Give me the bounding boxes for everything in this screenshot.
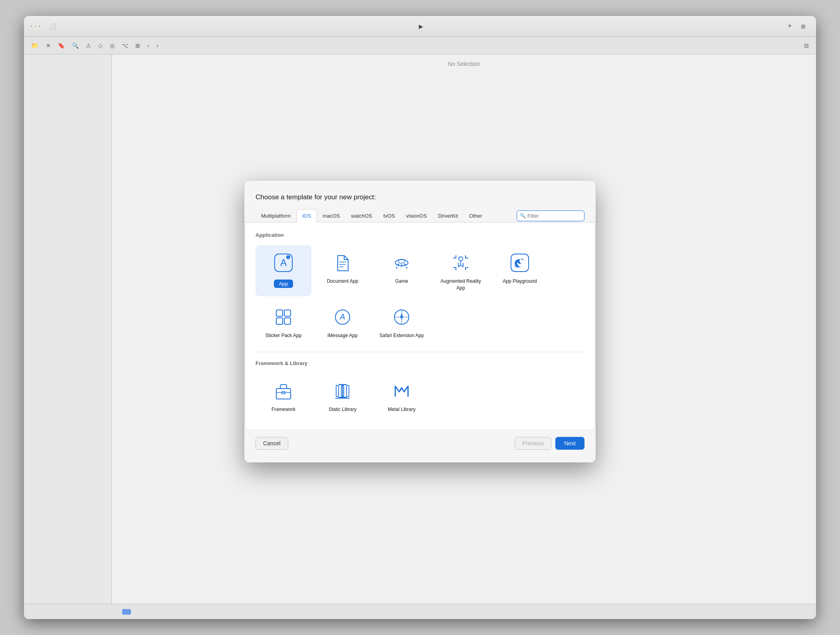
game-label: Game xyxy=(395,278,408,285)
document-app-label: Document App xyxy=(327,278,359,285)
target-icon[interactable]: ◎ xyxy=(110,42,115,49)
add-editor-button[interactable]: + xyxy=(784,21,795,32)
close-tab-icon[interactable]: ✕ xyxy=(46,42,51,49)
template-item-app-playground[interactable]: App Playground xyxy=(492,245,548,296)
template-item-game[interactable]: Game xyxy=(374,245,430,296)
game-icon xyxy=(390,252,413,274)
bookmark-icon[interactable]: 🔖 xyxy=(58,42,65,49)
filter-input-wrap: 🔍 xyxy=(517,210,584,221)
template-content-area: Application A + App xyxy=(246,222,594,429)
tab-driverkit[interactable]: DriverKit xyxy=(432,210,464,222)
inspector-toggle-icon[interactable]: ⊟ xyxy=(804,42,809,49)
svg-point-10 xyxy=(401,264,402,266)
template-chooser-dialog: Choose a template for your new project: … xyxy=(244,181,596,462)
template-item-document-app[interactable]: Document App xyxy=(315,245,370,296)
svg-rect-31 xyxy=(341,385,344,397)
template-item-metal-library[interactable]: Metal Library xyxy=(374,373,430,418)
svg-text:A: A xyxy=(280,257,287,268)
traffic-lights xyxy=(31,26,40,27)
imessage-icon: A xyxy=(331,306,354,328)
svg-rect-17 xyxy=(284,318,291,324)
section-divider xyxy=(256,352,584,352)
minimize-button[interactable] xyxy=(35,26,36,27)
tab-ios[interactable]: iOS xyxy=(296,209,317,222)
application-template-grid: A + App xyxy=(256,245,584,343)
layout-toggle-icon[interactable]: ⊞ xyxy=(798,21,809,32)
nav-forward-icon[interactable]: › xyxy=(157,42,158,49)
play-button[interactable]: ▶ xyxy=(415,21,426,32)
sticker-pack-label: Sticker Pack App xyxy=(265,332,302,339)
tab-multiplatform[interactable]: Multiplatform xyxy=(256,210,296,222)
app-playground-label: App Playground xyxy=(503,278,537,285)
static-library-icon xyxy=(331,380,354,402)
bottom-indicator xyxy=(122,609,131,615)
template-item-app[interactable]: A + App xyxy=(256,245,311,296)
template-item-safari-ext[interactable]: Safari Extension App xyxy=(374,300,430,344)
svg-text:+: + xyxy=(287,256,289,260)
tab-other[interactable]: Other xyxy=(464,210,488,222)
shape-icon[interactable]: ◇ xyxy=(98,42,103,49)
framework-section-header: Framework & Library xyxy=(256,360,584,366)
svg-rect-26 xyxy=(282,391,285,394)
branch-icon[interactable]: ⌥ xyxy=(122,42,128,49)
cancel-button[interactable]: Cancel xyxy=(256,437,288,450)
document-app-icon xyxy=(331,252,354,274)
application-section-header: Application xyxy=(256,232,584,238)
svg-rect-16 xyxy=(276,318,283,324)
safari-ext-icon xyxy=(390,306,413,328)
tab-watchos[interactable]: watchOS xyxy=(345,210,378,222)
framework-icon xyxy=(272,380,295,402)
warning-icon[interactable]: ⚠ xyxy=(86,42,91,49)
svg-point-8 xyxy=(398,259,405,263)
maximize-button[interactable] xyxy=(39,26,40,27)
grid-icon[interactable]: ⊞ xyxy=(135,42,140,49)
metal-library-label: Metal Library xyxy=(388,406,415,413)
ar-app-icon xyxy=(450,252,472,274)
tab-visionos[interactable]: visionOS xyxy=(400,210,432,222)
sticker-pack-icon xyxy=(272,306,295,328)
search-toolbar-icon[interactable]: 🔍 xyxy=(72,42,79,49)
app-selected-label: App xyxy=(274,280,293,288)
template-item-framework[interactable]: Framework xyxy=(256,373,311,418)
tab-tvos[interactable]: tvOS xyxy=(378,210,400,222)
close-button[interactable] xyxy=(31,26,32,27)
static-library-label: Static Library xyxy=(329,406,357,413)
filter-input[interactable] xyxy=(517,210,584,221)
app-icon: A + xyxy=(272,252,295,274)
next-button[interactable]: Next xyxy=(555,437,584,450)
svg-text:A: A xyxy=(339,312,345,321)
nav-back-icon[interactable]: ‹ xyxy=(147,42,149,49)
svg-point-12 xyxy=(459,257,463,261)
svg-point-11 xyxy=(404,264,406,265)
svg-rect-14 xyxy=(276,310,283,316)
template-item-sticker-pack[interactable]: Sticker Pack App xyxy=(256,300,311,344)
framework-template-grid: Framework xyxy=(256,373,584,418)
app-playground-icon xyxy=(509,252,531,274)
svg-rect-32 xyxy=(347,385,349,397)
footer-right-buttons: Previous Next xyxy=(515,437,584,450)
dialog-title: Choose a template for your new project: xyxy=(244,193,596,209)
template-item-ar-app[interactable]: Augmented Reality App xyxy=(433,245,489,296)
imessage-label: iMessage App xyxy=(327,332,357,339)
tab-macos[interactable]: macOS xyxy=(317,210,345,222)
metal-library-icon xyxy=(390,380,413,402)
ar-app-label: Augmented Reality App xyxy=(437,278,485,292)
filter-icon: 🔍 xyxy=(520,213,526,218)
template-item-static-library[interactable]: Static Library xyxy=(315,373,370,418)
safari-ext-label: Safari Extension App xyxy=(379,332,424,339)
svg-rect-30 xyxy=(336,385,339,397)
sidebar-toggle-icon[interactable]: ⬜ xyxy=(46,21,57,32)
previous-button[interactable]: Previous xyxy=(515,437,551,450)
template-item-imessage[interactable]: A iMessage App xyxy=(315,300,370,344)
framework-label: Framework xyxy=(271,406,295,413)
svg-rect-15 xyxy=(284,310,291,316)
open-icon[interactable]: 📁 xyxy=(31,42,39,49)
no-selection-label: No Selection xyxy=(448,61,479,67)
modal-footer: Cancel Previous Next xyxy=(244,429,596,451)
platform-tab-bar: Multiplatform iOS macOS watchOS tvOS vis… xyxy=(244,209,596,222)
svg-point-9 xyxy=(398,264,399,265)
